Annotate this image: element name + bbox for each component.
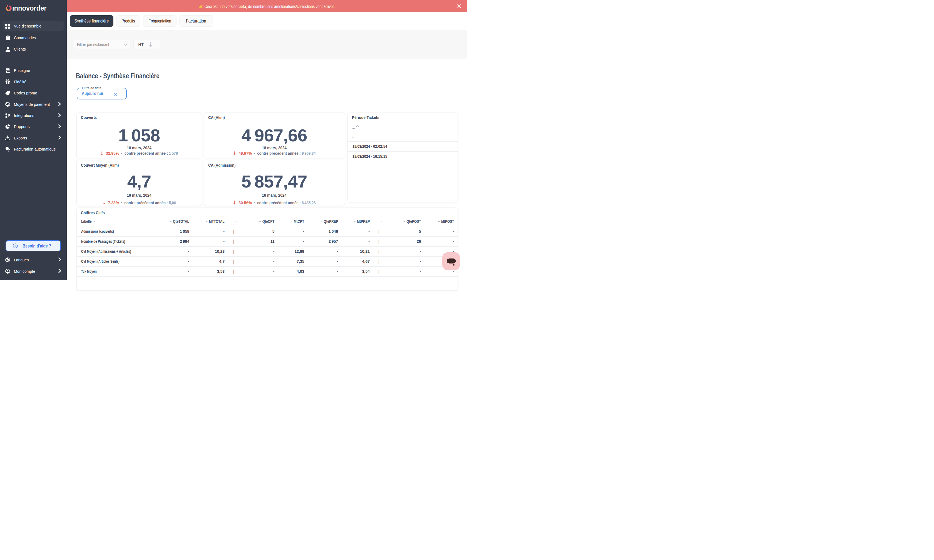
svg-text:?: ? xyxy=(14,244,16,248)
